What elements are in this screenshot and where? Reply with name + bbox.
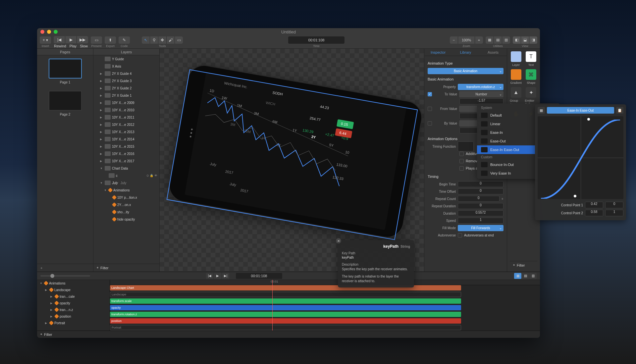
library-item[interactable]: Layer: [510, 51, 522, 67]
by-value-checkbox[interactable]: [428, 121, 432, 126]
tab-inspector[interactable]: Inspector: [424, 49, 452, 56]
utilities-btn-3[interactable]: ▥: [502, 36, 510, 44]
to-value-checkbox[interactable]: [428, 92, 432, 96]
page-thumbnail[interactable]: Page 1: [49, 59, 82, 84]
move-tool[interactable]: ✥: [158, 36, 166, 44]
timeline-time[interactable]: 00:01:108: [236, 273, 282, 279]
curve-preset-select[interactable]: Ease-In Ease-Out: [547, 107, 614, 114]
timeline-bar[interactable]: transform.scale: [110, 298, 461, 304]
to-value-type[interactable]: Number: [459, 91, 504, 97]
layer-row[interactable]: sho…ity: [93, 208, 159, 216]
layer-row[interactable]: ▶10Y X…e 2014: [93, 135, 159, 143]
timeline-filter[interactable]: ⚬Filter: [37, 331, 540, 338]
layer-row[interactable]: ▶10Y X…e 2013: [93, 128, 159, 135]
fill-mode-select[interactable]: Fill Forwards: [458, 225, 504, 231]
curve-handle-1[interactable]: [574, 195, 576, 197]
repeat-add[interactable]: +: [502, 197, 504, 201]
view-right[interactable]: ◨: [529, 36, 537, 44]
timeline-track[interactable]: ▶tran…cale: [37, 293, 110, 300]
layer-row[interactable]: hide opacity: [93, 216, 159, 223]
canvas[interactable]: Wichcquat Inc. SODH WICH 1D 1W 1M 3M 6M …: [160, 49, 424, 272]
timeline-bar[interactable]: opacity: [110, 305, 461, 310]
anim-type-select[interactable]: Basic Animation: [428, 68, 504, 74]
layer-row[interactable]: c⊙ 🔒 👁: [93, 172, 159, 179]
curve-save-button[interactable]: 📋: [616, 107, 623, 114]
from-value-checkbox[interactable]: [428, 107, 432, 111]
timeline-bar[interactable]: transform.rotation.z: [110, 312, 461, 317]
speed-input[interactable]: 1: [458, 218, 504, 224]
layer-row[interactable]: X Axis: [93, 63, 159, 70]
timeline-bar[interactable]: Landscape: [110, 292, 461, 297]
slow-button[interactable]: ▶▶: [77, 36, 88, 43]
minimize-window-button[interactable]: [47, 30, 51, 34]
layer-row[interactable]: ▶2Y X Guide 4: [93, 70, 159, 77]
tab-library[interactable]: Library: [452, 49, 479, 56]
zoom-tool[interactable]: ⚲: [150, 36, 158, 44]
layer-row[interactable]: 10Y p…tion.x: [93, 194, 159, 201]
layer-row[interactable]: ▶2Y X Guide 1: [93, 92, 159, 99]
plays-checkbox[interactable]: [459, 166, 464, 171]
cp2-x-input[interactable]: 0.58: [585, 210, 603, 216]
layer-row[interactable]: Y Guide: [93, 55, 159, 63]
cp1-y-input[interactable]: 0: [605, 202, 623, 208]
time-display[interactable]: 00:01:108: [288, 36, 344, 44]
play-button[interactable]: ▶: [65, 36, 77, 43]
library-item[interactable]: TText: [525, 51, 538, 67]
tab-assets[interactable]: Assets: [479, 49, 507, 56]
export-button[interactable]: ⬆: [105, 36, 116, 44]
tl-play[interactable]: ▶: [214, 273, 221, 279]
tl-fwd[interactable]: ▶|: [222, 273, 229, 279]
begin-time-input[interactable]: 0: [458, 181, 504, 187]
zoom-percent[interactable]: 100%: [458, 36, 475, 44]
layer-row[interactable]: ▶2Y X Guide 2: [93, 84, 159, 92]
popover-close-button[interactable]: ✕: [336, 238, 341, 243]
zoom-window-button[interactable]: [54, 30, 58, 34]
layer-row[interactable]: ▶10Y X…e 2012: [93, 121, 159, 128]
paint-tool[interactable]: 🖌: [167, 36, 175, 44]
duration-input[interactable]: 0.5572: [458, 210, 504, 216]
rewind-button[interactable]: |◀: [54, 36, 65, 43]
layer-row[interactable]: ▶10Y X…e 2011: [93, 114, 159, 121]
timing-curve-preview[interactable]: [458, 141, 474, 151]
layer-row[interactable]: ▶10Y X…e 2017: [93, 157, 159, 165]
library-item[interactable]: ✦Emitter Cell: [525, 87, 538, 106]
library-item[interactable]: ⌘Shape: [525, 69, 538, 84]
page-thumbnail[interactable]: Page 2: [49, 91, 82, 116]
code-button[interactable]: ✎: [119, 36, 130, 44]
repeat-count-input[interactable]: 0: [458, 196, 500, 202]
tl-view-2[interactable]: ▤: [522, 273, 529, 279]
removed-checkbox[interactable]: [459, 159, 464, 163]
time-offset-input[interactable]: 0: [458, 188, 504, 194]
layer-row[interactable]: ▶10Y X…e 2009: [93, 99, 159, 106]
tl-view-1[interactable]: ▦: [514, 273, 521, 279]
tl-rewind[interactable]: |◀: [206, 273, 213, 279]
timeline-zoom-slider[interactable]: [40, 275, 90, 277]
timeline-track[interactable]: ▶Portrait: [37, 320, 110, 326]
timeline-bar[interactable]: position: [110, 318, 461, 324]
timeline-track[interactable]: ▶position: [37, 313, 110, 320]
property-select[interactable]: transform.rotation.z: [458, 84, 504, 90]
layer-row[interactable]: ▶10Y X…e 2015: [93, 143, 159, 150]
utilities-btn-2[interactable]: ▤: [494, 36, 502, 44]
layer-row[interactable]: ▼Chart Data: [93, 165, 159, 172]
layer-row[interactable]: ▶2Y X Guide 3: [93, 77, 159, 84]
add-page-button[interactable]: +: [37, 264, 93, 272]
curve-canvas[interactable]: [538, 116, 623, 199]
cp1-x-input[interactable]: 0.42: [585, 202, 603, 208]
layer-row[interactable]: ▼JulyJuly: [93, 179, 159, 186]
zoom-out-button[interactable]: −: [450, 36, 458, 44]
curve-grid-toggle[interactable]: ▦: [538, 107, 545, 114]
layer-row[interactable]: 2Y…on.x: [93, 201, 159, 208]
view-left[interactable]: ◧: [513, 36, 521, 44]
additive-checkbox[interactable]: [459, 152, 464, 156]
zoom-in-button[interactable]: +: [475, 36, 483, 44]
pointer-tool[interactable]: ↖: [142, 36, 150, 44]
crop-tool[interactable]: ▭: [175, 36, 183, 44]
view-bottom[interactable]: ⬓: [521, 36, 529, 44]
timeline-track[interactable]: ▶opacity: [37, 300, 110, 306]
timeline-track[interactable]: ▶Landscape: [37, 286, 110, 293]
layers-filter[interactable]: ⚬Filter: [93, 264, 159, 272]
layer-row[interactable]: ▶10Y X…e 2010: [93, 106, 159, 114]
present-button[interactable]: ▭: [91, 36, 102, 44]
utilities-btn-1[interactable]: ▦: [486, 36, 494, 44]
